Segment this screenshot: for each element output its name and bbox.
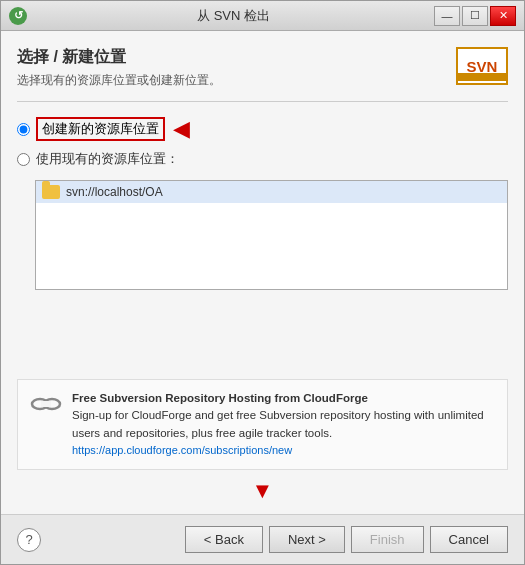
create-new-option[interactable]: 创建新的资源库位置 [17, 117, 165, 141]
page-title: 选择 / 新建位置 [17, 47, 221, 68]
arrow-down-icon: ▼ [252, 478, 274, 504]
restore-button[interactable]: ☐ [462, 6, 488, 26]
close-button[interactable]: ✕ [490, 6, 516, 26]
ad-title: Free Subversion Repository Hosting from … [72, 392, 368, 404]
page-subtitle: 选择现有的资源库位置或创建新位置。 [17, 72, 221, 89]
repo-list: svn://localhost/OA [35, 180, 508, 290]
use-existing-option[interactable]: 使用现有的资源库位置： [17, 150, 508, 168]
cloudforge-icon [30, 390, 62, 418]
main-window: ↺ 从 SVN 检出 — ☐ ✕ 选择 / 新建位置 选择现有的资源库位置或创建… [0, 0, 525, 565]
create-new-radio[interactable] [17, 123, 30, 136]
ad-icon [30, 390, 62, 418]
use-existing-radio[interactable] [17, 153, 30, 166]
help-button[interactable]: ? [17, 528, 41, 552]
svn-logo-underline [458, 73, 506, 81]
radio-section: 创建新的资源库位置 ◀ 使用现有的资源库位置： svn://localhost/… [17, 116, 508, 290]
create-new-label: 创建新的资源库位置 [36, 117, 165, 141]
ad-description: Sign-up for CloudForge and get free Subv… [72, 409, 484, 438]
divider [17, 101, 508, 102]
minimize-button[interactable]: — [434, 6, 460, 26]
title-bar: ↺ 从 SVN 检出 — ☐ ✕ [1, 1, 524, 31]
header-text: 选择 / 新建位置 选择现有的资源库位置或创建新位置。 [17, 47, 221, 89]
use-existing-label: 使用现有的资源库位置： [36, 150, 179, 168]
create-new-row: 创建新的资源库位置 ◀ [17, 116, 508, 142]
ad-content: Free Subversion Repository Hosting from … [72, 390, 495, 459]
cancel-button[interactable]: Cancel [430, 526, 508, 553]
next-button[interactable]: Next > [269, 526, 345, 553]
title-controls: — ☐ ✕ [434, 6, 516, 26]
bottom-bar: ? < Back Next > Finish Cancel [1, 514, 524, 564]
list-item[interactable]: svn://localhost/OA [36, 181, 507, 203]
header-section: 选择 / 新建位置 选择现有的资源库位置或创建新位置。 SVN [17, 47, 508, 89]
svg-rect-2 [41, 401, 51, 407]
folder-icon [42, 185, 60, 199]
nav-buttons: < Back Next > Finish Cancel [185, 526, 508, 553]
ad-link[interactable]: https://app.cloudforge.com/subscriptions… [72, 444, 292, 456]
content-area: 选择 / 新建位置 选择现有的资源库位置或创建新位置。 SVN 创建新的资源库位… [1, 31, 524, 514]
arrow-left-icon: ◀ [173, 116, 190, 142]
arrow-indicator: ▼ [17, 478, 508, 504]
finish-button[interactable]: Finish [351, 526, 424, 553]
window-title: 从 SVN 检出 [33, 7, 434, 25]
repo-path: svn://localhost/OA [66, 185, 163, 199]
ad-section: Free Subversion Repository Hosting from … [17, 379, 508, 470]
svn-logo: SVN [456, 47, 508, 85]
app-icon: ↺ [9, 7, 27, 25]
back-button[interactable]: < Back [185, 526, 263, 553]
